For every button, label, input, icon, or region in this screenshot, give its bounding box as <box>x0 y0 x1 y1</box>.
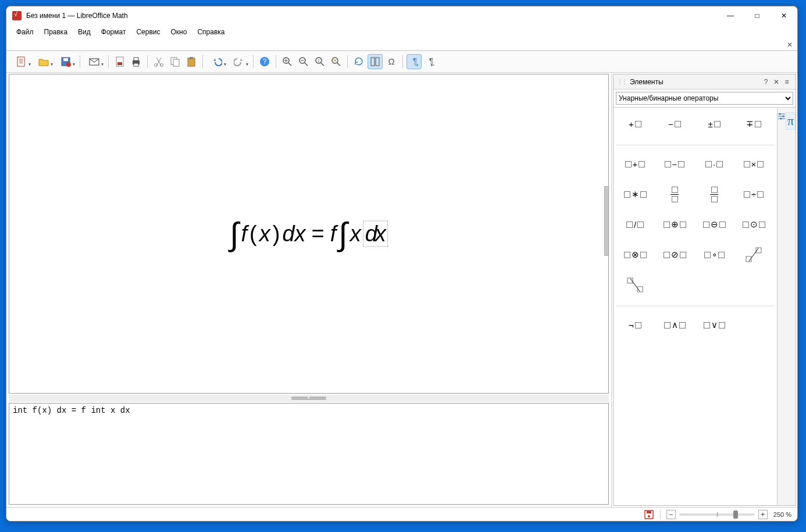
op-pm[interactable]: ± <box>700 116 729 132</box>
statusbar: − + 250 % <box>6 507 797 521</box>
ltr-button[interactable]: ¶ <box>406 54 422 69</box>
op-frac2[interactable] <box>700 186 729 202</box>
redo-button[interactable] <box>229 54 249 69</box>
zoom-out-status[interactable]: − <box>666 510 676 519</box>
svg-rect-23 <box>371 58 375 66</box>
elements-panel: ⋮⋮ Элементы ? ✕ ≡ Унарные/бинарные опера… <box>613 74 796 506</box>
right-column: ⋮⋮ Элементы ? ✕ ≡ Унарные/бинарные опера… <box>611 73 797 507</box>
mail-button[interactable] <box>84 54 105 69</box>
op-wideslash[interactable] <box>739 247 768 263</box>
elements-grid: + − ± ∓ + − · × ∗ ÷ <box>614 108 777 505</box>
formula-cursor-button[interactable] <box>368 54 383 69</box>
save-button[interactable] <box>55 54 76 69</box>
op-plus[interactable]: + <box>620 116 650 132</box>
new-button[interactable] <box>11 54 32 69</box>
zoom-track[interactable] <box>679 513 755 516</box>
elements-category-select[interactable]: Унарные/бинарные операторы <box>616 92 793 105</box>
svg-line-32 <box>630 279 640 291</box>
op-ominus[interactable]: ⊖ <box>700 216 729 233</box>
document-close-bar: ✕ <box>6 39 797 51</box>
panel-settings-button[interactable] <box>778 112 786 501</box>
op-slash[interactable]: / <box>620 216 650 233</box>
op-ast[interactable]: ∗ <box>620 186 650 202</box>
svg-rect-24 <box>376 58 379 66</box>
zoom-100-button[interactable]: 1 <box>312 54 327 69</box>
help-button[interactable]: ? <box>257 54 272 69</box>
menu-format[interactable]: Формат <box>96 26 131 38</box>
titlebar: Без имени 1 — LibreOffice Math — □ ✕ <box>6 6 797 25</box>
save-status-icon[interactable] <box>644 509 654 520</box>
app-icon <box>12 11 22 20</box>
document-close-button[interactable]: ✕ <box>787 41 793 49</box>
op-minus[interactable]: − <box>660 116 689 132</box>
op-frac[interactable] <box>660 186 689 202</box>
op-mp[interactable]: ∓ <box>739 116 768 132</box>
op-neg[interactable]: ¬ <box>620 317 650 333</box>
op-cdot[interactable]: · <box>700 156 729 172</box>
menu-view[interactable]: Вид <box>73 26 96 38</box>
elements-panel-header: ⋮⋮ Элементы ? ✕ ≡ <box>614 74 796 90</box>
op-and[interactable]: ∧ <box>660 317 689 333</box>
menu-tools[interactable]: Сервис <box>131 26 165 38</box>
op-div[interactable]: ÷ <box>739 186 768 202</box>
undo-button[interactable] <box>206 54 227 69</box>
panel-close-button[interactable]: ✕ <box>771 78 782 86</box>
formula-code-editor[interactable]: int f(x) dx = f int x dx <box>9 403 609 505</box>
minimize-button[interactable]: — <box>717 6 744 25</box>
panel-help-button[interactable]: ? <box>761 78 771 86</box>
menu-help[interactable]: Справка <box>192 26 230 38</box>
refresh-button[interactable] <box>351 54 366 69</box>
svg-text:1: 1 <box>318 59 320 63</box>
op-odot[interactable]: ⊙ <box>739 216 768 233</box>
svg-rect-15 <box>190 57 193 59</box>
preview-scrollbar[interactable] <box>604 186 609 256</box>
close-button[interactable]: ✕ <box>771 6 797 25</box>
op-widebslash[interactable] <box>620 277 650 293</box>
zoom-slider[interactable]: − + <box>666 510 768 519</box>
svg-point-3 <box>66 62 71 67</box>
sidebar-tab-strip: π <box>777 108 796 505</box>
copy-button[interactable] <box>167 54 183 69</box>
svg-text:¶: ¶ <box>413 56 417 65</box>
svg-rect-38 <box>647 511 651 513</box>
elements-category-bar: Унарные/бинарные операторы <box>614 90 796 108</box>
op-otimes[interactable]: ⊗ <box>620 247 650 263</box>
zoom-in-status[interactable]: + <box>758 510 768 519</box>
op-times[interactable]: × <box>739 156 768 172</box>
zoom-out-button[interactable] <box>296 54 311 69</box>
op-oplus[interactable]: ⊕ <box>660 216 689 233</box>
maximize-button[interactable]: □ <box>744 6 771 25</box>
op-or[interactable]: ∨ <box>700 317 729 333</box>
svg-text:?: ? <box>263 58 267 66</box>
menu-file[interactable]: Файл <box>11 26 39 38</box>
menu-edit[interactable]: Правка <box>39 26 73 38</box>
op-circ[interactable]: ∘ <box>700 247 729 263</box>
rtl-button[interactable]: ¶ <box>423 54 438 69</box>
zoom-thumb[interactable] <box>733 510 738 519</box>
svg-rect-0 <box>17 57 24 66</box>
zoom-fit-button[interactable] <box>329 54 344 69</box>
svg-rect-9 <box>134 63 138 66</box>
svg-rect-13 <box>173 59 179 66</box>
sidebar-tab-elements[interactable]: π <box>786 112 796 130</box>
op-sub[interactable]: − <box>660 156 689 172</box>
cut-button[interactable] <box>151 54 166 69</box>
open-button[interactable] <box>33 54 54 69</box>
panel-menu-button[interactable]: ≡ <box>782 78 792 86</box>
symbols-button[interactable]: Ω <box>384 54 399 69</box>
menu-window[interactable]: Окно <box>166 26 192 38</box>
print-button[interactable] <box>129 54 144 69</box>
paste-button[interactable] <box>184 54 199 69</box>
svg-rect-6 <box>117 62 122 65</box>
svg-line-29 <box>749 248 758 261</box>
op-add[interactable]: + <box>620 156 650 172</box>
export-pdf-button[interactable] <box>112 54 127 69</box>
svg-point-39 <box>648 515 650 517</box>
svg-point-34 <box>779 113 781 115</box>
splitter[interactable] <box>9 395 609 402</box>
zoom-level-label[interactable]: 250 % <box>773 511 791 518</box>
formula-preview[interactable]: ∫ f (x) dx = f ∫ x dx <box>9 74 609 394</box>
svg-text:Ω: Ω <box>388 56 394 66</box>
op-oslash[interactable]: ⊘ <box>660 247 689 263</box>
zoom-in-button[interactable] <box>280 54 295 69</box>
